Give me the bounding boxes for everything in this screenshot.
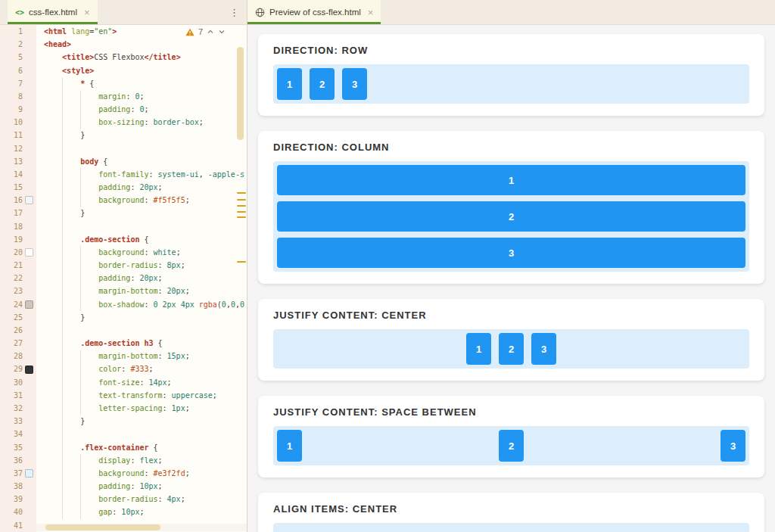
flex-item: 2	[499, 430, 524, 462]
flex-item: 1	[277, 68, 302, 100]
gutter: 22	[0, 272, 36, 285]
gutter: 9	[0, 103, 36, 116]
code-line[interactable]: 15 padding: 20px;	[0, 181, 247, 194]
gutter: 31	[0, 389, 36, 402]
code-line[interactable]: 10 box-sizing: border-box;	[0, 116, 247, 129]
close-icon[interactable]: ×	[84, 8, 90, 17]
gutter: 14	[0, 168, 36, 181]
vertical-scrollbar-thumb[interactable]	[237, 47, 244, 140]
code-line[interactable]: 24 box-shadow: 0 2px 4px rgba(0,0,0	[0, 298, 247, 311]
section-title: ALIGN ITEMS: CENTER	[273, 503, 749, 515]
gutter: 39	[0, 493, 36, 506]
gutter: 35	[0, 441, 36, 454]
code-line[interactable]: 22 padding: 20px;	[0, 272, 247, 285]
line-number: 37	[0, 467, 23, 480]
gutter: 26	[0, 324, 36, 337]
code-line[interactable]: 11 }	[0, 129, 247, 142]
code-text: gap: 10px;	[36, 506, 247, 518]
gutter: 10	[0, 116, 36, 129]
demo-card: JUSTIFY CONTENT: SPACE BETWEEN123	[258, 396, 764, 478]
gutter: 17	[0, 207, 36, 219]
gutter: 37	[0, 467, 36, 480]
code-line[interactable]: 28 margin-bottom: 15px;	[0, 350, 247, 362]
code-text: border-radius: 4px;	[36, 493, 247, 506]
code-line[interactable]: 38 padding: 10px;	[0, 480, 247, 493]
code-text: <head>	[36, 38, 247, 51]
flex-demo-container: 123	[273, 329, 749, 369]
code-line[interactable]: 32 letter-spacing: 1px;	[0, 402, 247, 415]
code-editor[interactable]: 1<html lang="en">2<head>5 <title>CSS Fle…	[0, 25, 247, 532]
line-number: 11	[0, 129, 23, 142]
code-text: padding: 20px;	[36, 181, 247, 194]
code-line[interactable]: 12	[0, 142, 247, 155]
code-line[interactable]: 20 background: white;	[0, 246, 247, 259]
gutter: 28	[0, 350, 36, 362]
tab-css-flex-html[interactable]: <> css-flex.html ×	[8, 0, 98, 24]
gutter: 15	[0, 181, 36, 194]
code-line[interactable]: 19 .demo-section {	[0, 233, 247, 246]
code-line[interactable]: 26	[0, 324, 247, 337]
next-diagnostic-icon[interactable]	[218, 28, 226, 36]
code-line[interactable]: 18	[0, 220, 247, 233]
code-line[interactable]: 16 background: #f5f5f5;	[0, 194, 247, 207]
code-line[interactable]: 21 border-radius: 8px;	[0, 259, 247, 272]
code-text: }	[36, 415, 247, 428]
code-line[interactable]: 30 font-size: 14px;	[0, 376, 247, 389]
code-line[interactable]: 36 display: flex;	[0, 454, 247, 467]
section-title: DIRECTION: ROW	[273, 45, 749, 56]
code-line[interactable]: 9 padding: 0;	[0, 103, 247, 116]
code-line[interactable]: 37 background: #e3f2fd;	[0, 467, 247, 480]
code-line[interactable]: 2<head>	[0, 38, 247, 51]
tab-preview[interactable]: Preview of css-flex.html ×	[247, 0, 381, 24]
code-text: padding: 10px;	[36, 480, 247, 493]
line-number: 21	[0, 259, 23, 272]
code-line[interactable]: 33 }	[0, 415, 247, 428]
code-line[interactable]: 27 .demo-section h3 {	[0, 337, 247, 350]
line-number: 12	[0, 142, 23, 155]
scrollbar-diagnostic-mark	[237, 192, 246, 194]
code-line[interactable]: 34	[0, 428, 247, 440]
line-number: 27	[0, 337, 23, 350]
prev-diagnostic-icon[interactable]	[207, 28, 214, 36]
flex-item: 1	[466, 333, 491, 365]
code-text: background: #e3f2fd;	[36, 467, 247, 480]
code-line[interactable]: 5 <title>CSS Flexbox</title>	[0, 51, 247, 64]
scrollbar-diagnostic-mark	[237, 211, 246, 213]
code-line[interactable]: 17 }	[0, 207, 247, 219]
line-number: 41	[0, 519, 23, 532]
code-text: display: flex;	[36, 454, 247, 467]
gutter: 19	[0, 233, 36, 246]
code-text: body {	[36, 155, 247, 168]
warning-count: 7	[198, 27, 203, 36]
code-line[interactable]: 14 font-family: system-ui, -apple-s	[0, 168, 247, 181]
overflow-menu-icon[interactable]: ⋮	[229, 7, 239, 18]
color-swatch	[25, 196, 33, 204]
code-file-icon: <>	[15, 8, 24, 17]
preview-content[interactable]: DIRECTION: ROW123DIRECTION: COLUMN123JUS…	[247, 25, 775, 532]
code-line[interactable]: 25 }	[0, 311, 247, 324]
line-number: 18	[0, 220, 23, 233]
gutter: 8	[0, 90, 36, 103]
close-icon[interactable]: ×	[368, 8, 374, 17]
code-text: .flex-container {	[36, 441, 247, 454]
indent-guide	[80, 454, 81, 519]
code-line[interactable]: 7 * {	[0, 77, 247, 90]
code-line[interactable]: 31 text-transform: uppercase;	[0, 389, 247, 402]
line-number: 20	[0, 246, 23, 259]
flex-demo-container	[273, 523, 749, 532]
horizontal-scrollbar-thumb[interactable]	[45, 524, 160, 530]
line-number: 2	[0, 38, 23, 51]
code-line[interactable]: 13 body {	[0, 155, 247, 168]
code-text: .demo-section h3 {	[36, 337, 247, 350]
code-line[interactable]: 40 gap: 10px;	[0, 506, 247, 518]
code-line[interactable]: 8 margin: 0;	[0, 90, 247, 103]
code-line[interactable]: 6 <style>	[0, 64, 247, 77]
code-line[interactable]: 35 .flex-container {	[0, 441, 247, 454]
gutter: 41	[0, 519, 36, 532]
gutter: 30	[0, 376, 36, 389]
code-line[interactable]: 29 color: #333;	[0, 362, 247, 375]
diagnostics-summary[interactable]: 7	[185, 27, 226, 36]
line-number: 33	[0, 415, 23, 428]
code-line[interactable]: 39 border-radius: 4px;	[0, 493, 247, 506]
code-line[interactable]: 23 margin-bottom: 20px;	[0, 285, 247, 297]
